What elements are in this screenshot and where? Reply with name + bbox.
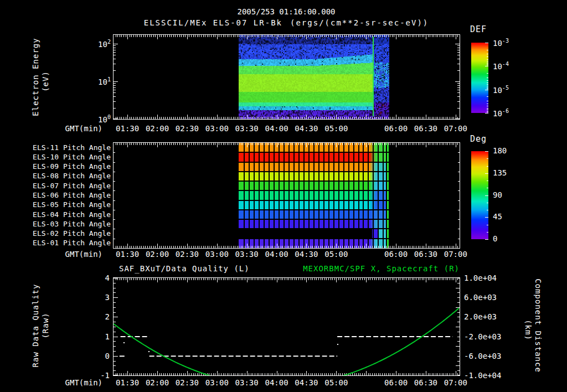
- pitch-row-label: ELS-05 Pitch Angle: [22, 200, 111, 209]
- def-colorbar-minor-tick: [487, 106, 488, 106]
- def-colorbar-minor-tick: [487, 112, 488, 112]
- time-tick-label-top: 03:30: [235, 124, 259, 133]
- time-tick-label-middle: 03:30: [235, 250, 259, 259]
- time-tick-label-bottom: 04:00: [265, 378, 288, 387]
- gmt-label-middle: GMT(min): [47, 250, 102, 259]
- pitch-row-label: ELS-09 Pitch Angle: [22, 162, 111, 171]
- pitch-angle-canvas: [114, 143, 460, 248]
- energy-tick-label: 100: [90, 114, 111, 124]
- distance-ylabel-units: (km): [524, 247, 533, 392]
- time-tick-label-bottom: 06:30: [414, 378, 437, 387]
- time-tick-label-top: 05:00: [324, 124, 348, 133]
- time-tick-label-bottom: 06:00: [384, 378, 408, 387]
- def-colorbar-minor-tick: [487, 108, 488, 109]
- deg-colorbar-tick: [487, 188, 488, 188]
- time-tick-label-middle: 06:30: [414, 250, 437, 259]
- quality-tick-label: 4: [87, 274, 110, 282]
- distance-tick-label: 6.0e+03: [464, 293, 497, 302]
- time-tick-label-top: 02:30: [176, 124, 199, 133]
- def-colorbar-tick: [485, 43, 488, 43]
- def-colorbar-minor-tick: [487, 50, 488, 50]
- pitch-row-label: ELS-01 Pitch Angle: [22, 239, 111, 247]
- deg-colorbar-tick: [487, 225, 488, 225]
- time-tick-label-middle: 07:00: [444, 250, 467, 259]
- time-tick-label-bottom: 05:00: [324, 378, 348, 387]
- def-colorbar-tick: [485, 113, 488, 114]
- instrument-units: (ergs/(cm**2-sr-sec-eV)): [290, 18, 429, 27]
- def-colorbar: [471, 43, 488, 113]
- energy-tick-label: 102: [90, 39, 111, 49]
- instrument-name: ELSSCIL/MEx ELS-07 LR-Bk: [144, 18, 282, 27]
- distance-tick-label: 1.0e+04: [464, 274, 497, 282]
- quality-tick-label: 1: [87, 332, 110, 341]
- deg-colorbar-tick: [487, 210, 488, 210]
- page-title-datetime: 2005/253 01:16:00.000: [0, 7, 567, 16]
- deg-colorbar-tick: [487, 232, 488, 233]
- def-colorbar-minor-tick: [487, 87, 488, 88]
- time-tick-label-top: 02:00: [146, 124, 169, 133]
- def-colorbar-minor-tick: [487, 61, 488, 61]
- quality-ylabel-units: (Raw): [41, 243, 50, 392]
- pitch-row-label: ELS-03 Pitch Angle: [22, 220, 111, 228]
- def-colorbar-minor-tick: [487, 54, 488, 54]
- def-colorbar-minor-tick: [487, 89, 488, 89]
- energy-tick-label: 101: [90, 76, 111, 86]
- def-colorbar-tick: [485, 90, 488, 90]
- distance-series-title: MEXORBMC/SPF X, Spacecraft (R): [277, 264, 460, 273]
- deg-colorbar-title: Deg: [470, 134, 487, 144]
- distance-tick-label: -2.0e+03: [464, 332, 501, 341]
- gmt-label-top: GMT(min): [47, 124, 102, 133]
- pitch-row-label: ELS-04 Pitch Angle: [22, 210, 111, 219]
- deg-colorbar-tick: [485, 217, 488, 218]
- def-colorbar-minor-tick: [487, 86, 488, 86]
- deg-colorbar-label: 90: [493, 190, 502, 199]
- def-colorbar-minor-tick: [487, 96, 488, 97]
- time-tick-label-bottom: 02:30: [176, 378, 199, 387]
- time-tick-label-top: 07:00: [444, 124, 467, 133]
- deg-colorbar-tick: [485, 195, 488, 196]
- time-tick-label-bottom: 02:00: [146, 378, 169, 387]
- deg-colorbar-label: 180: [493, 146, 507, 155]
- time-tick-label-top: 06:30: [414, 124, 437, 133]
- deg-colorbar-tick: [487, 158, 488, 159]
- spectrogram-canvas: [114, 35, 460, 119]
- def-colorbar-minor-tick: [487, 63, 488, 63]
- pitch-row-label: ELS-08 Pitch Angle: [22, 172, 111, 180]
- distance-ylabel: Component Distance: [534, 243, 543, 392]
- def-colorbar-minor-tick: [487, 82, 488, 83]
- time-tick-label-middle: 06:00: [384, 250, 408, 259]
- def-colorbar-minor-tick: [487, 64, 488, 64]
- time-tick-label-bottom: 01:30: [116, 378, 139, 387]
- pitch-row-label: ELS-02 Pitch Angle: [22, 229, 111, 238]
- quality-series-title: SAF_BXuT/Data Quality (L): [119, 264, 250, 273]
- deg-colorbar-tick: [487, 180, 488, 181]
- deg-colorbar-tick: [485, 239, 488, 240]
- deg-colorbar-label: 45: [493, 212, 502, 221]
- def-colorbar-minor-tick: [487, 84, 488, 85]
- time-tick-label-middle: 01:30: [116, 250, 139, 259]
- pitch-row-label: ELS-10 Pitch Angle: [22, 153, 111, 161]
- time-tick-label-middle: 02:30: [176, 250, 199, 259]
- quality-tick-label: -1: [87, 371, 110, 380]
- def-colorbar-minor-tick: [487, 80, 488, 81]
- spectrogram-ylabel-units: (eV): [41, 0, 50, 164]
- def-colorbar-label: 10-5: [493, 85, 509, 95]
- pitch-row-label: ELS-07 Pitch Angle: [22, 182, 111, 190]
- def-colorbar-minor-tick: [487, 111, 488, 111]
- def-colorbar-label: 10-4: [493, 61, 509, 71]
- time-tick-label-top: 03:00: [205, 124, 229, 133]
- deg-colorbar-label: 0: [493, 234, 497, 243]
- def-colorbar-minor-tick: [487, 109, 488, 110]
- def-colorbar-label: 10-3: [493, 38, 509, 48]
- deg-colorbar-tick: [487, 166, 488, 167]
- def-colorbar-minor-tick: [487, 73, 488, 74]
- time-tick-label-bottom: 03:00: [205, 378, 229, 387]
- def-colorbar-minor-tick: [487, 56, 488, 57]
- time-tick-label-middle: 04:00: [265, 250, 288, 259]
- def-colorbar-minor-tick: [487, 78, 488, 78]
- deg-colorbar-tick: [487, 203, 488, 203]
- time-tick-label-top: 04:00: [265, 124, 288, 133]
- distance-tick-label: -1.0e+04: [464, 371, 501, 380]
- def-colorbar-tick: [485, 66, 488, 66]
- time-tick-label-middle: 04:30: [295, 250, 318, 259]
